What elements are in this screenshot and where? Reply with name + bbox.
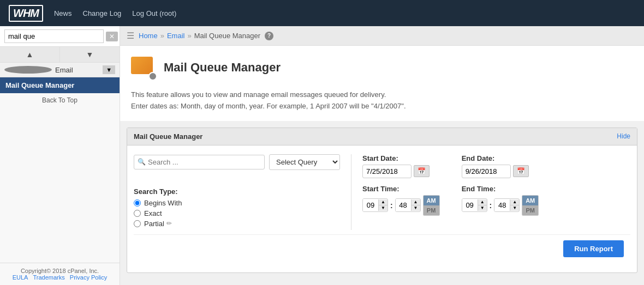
start-am-button[interactable]: AM xyxy=(424,196,439,205)
sidebar-search-clear-button[interactable]: ✕ xyxy=(106,32,118,41)
gear-icon xyxy=(148,72,157,81)
nav-changelog-link[interactable]: Change Log xyxy=(83,9,122,17)
sidebar-category-row: Email ▼ xyxy=(0,63,120,77)
search-row: 🔍 Select Query Sender Recipient Subject … xyxy=(134,154,340,170)
end-ampm-toggle: AM PM xyxy=(522,195,539,216)
privacy-policy-link[interactable]: Privacy Policy xyxy=(70,274,107,281)
start-hours-input[interactable] xyxy=(363,199,378,211)
date-time-col: Start Date: 📅 Start Time: xyxy=(362,154,539,216)
end-date-field: 📅 xyxy=(462,165,539,178)
page-icon xyxy=(131,54,157,81)
start-time-label: Start Time: xyxy=(362,185,440,193)
start-date-group: Start Date: 📅 xyxy=(362,154,440,178)
radio-begins-with[interactable]: Begins With xyxy=(134,199,340,207)
sidebar-arrow-down-button[interactable]: ▼ xyxy=(60,47,120,62)
breadcrumb: ☰ Home » Email » Mail Queue Manager ? xyxy=(120,26,644,46)
start-hours-up-button[interactable]: ▲ xyxy=(379,199,387,205)
end-pm-button[interactable]: PM xyxy=(522,205,538,215)
start-minutes-spinner: ▲ ▼ xyxy=(411,199,420,211)
end-am-button[interactable]: AM xyxy=(522,196,538,205)
start-date-input[interactable] xyxy=(362,165,412,178)
start-min-up-button[interactable]: ▲ xyxy=(412,199,420,205)
sidebar-footer: Copyright© 2018 cPanel, Inc. EULA Tradem… xyxy=(0,263,120,285)
main-layout: ✕ ▲ ▼ Email ▼ Mail Queue Manager Back To… xyxy=(0,26,644,285)
radio-partial-label: Partial xyxy=(144,220,164,228)
start-time-field: ▲ ▼ : ▲ ▼ xyxy=(362,195,440,216)
top-navigation: WHM News Change Log Log Out (root) xyxy=(0,0,644,26)
panel-hide-link[interactable]: Hide xyxy=(617,132,630,140)
end-hours-input[interactable] xyxy=(462,199,478,211)
breadcrumb-sep-2: » xyxy=(187,32,191,40)
sidebar-expand-button[interactable]: ▼ xyxy=(103,65,115,74)
page-description: This feature allows you to view and mana… xyxy=(120,85,644,121)
page-title: Mail Queue Manager xyxy=(164,60,281,75)
radio-begins-with-label: Begins With xyxy=(144,199,182,207)
start-min-down-button[interactable]: ▼ xyxy=(412,205,420,211)
radio-partial[interactable]: Partial ✏ xyxy=(134,220,340,228)
search-type-label: Search Type: xyxy=(134,187,340,196)
end-time-field: ▲ ▼ : ▲ ▼ xyxy=(462,195,539,216)
end-date-input[interactable] xyxy=(462,165,511,178)
panel-title: Mail Queue Manager xyxy=(134,132,202,141)
search-input[interactable] xyxy=(148,155,261,169)
breadcrumb-sep-1: » xyxy=(160,32,164,40)
sidebar-footer-links: EULA Trademarks Privacy Policy xyxy=(4,274,115,281)
end-hours-down-button[interactable]: ▼ xyxy=(478,205,487,211)
end-time-label: End Time: xyxy=(462,185,539,193)
menu-icon: ☰ xyxy=(127,31,134,41)
end-hours-spinner: ▲ ▼ xyxy=(478,199,487,211)
run-report-button[interactable]: Run Report xyxy=(563,240,624,257)
trademarks-link[interactable]: Trademarks xyxy=(33,274,65,281)
start-ampm-toggle: AM PM xyxy=(423,195,440,216)
search-type-section: Search Type: Begins With Exact xyxy=(134,187,340,230)
end-minutes-input[interactable] xyxy=(494,199,510,211)
description-line2: Enter dates as: Month, day of month, yea… xyxy=(131,101,633,112)
end-min-up-button[interactable]: ▲ xyxy=(510,199,519,205)
end-date-label: End Date: xyxy=(462,154,539,162)
breadcrumb-email-link[interactable]: Email xyxy=(167,32,185,40)
query-select[interactable]: Select Query Sender Recipient Subject Me… xyxy=(269,154,340,170)
divider xyxy=(351,154,351,230)
sidebar-search-bar: ✕ xyxy=(0,26,120,47)
eula-link[interactable]: EULA xyxy=(13,274,28,281)
start-date-calendar-button[interactable]: 📅 xyxy=(414,165,430,177)
run-report-row: Run Report xyxy=(134,234,630,264)
mail-queue-panel: Mail Queue Manager Hide 🔍 Se xyxy=(127,128,637,273)
partial-info-icon: ✏ xyxy=(166,220,172,227)
start-hours-input-wrap: ▲ ▼ xyxy=(362,198,388,212)
end-date-group: End Date: 📅 xyxy=(462,154,539,178)
radio-partial-input[interactable] xyxy=(134,220,141,227)
end-date-calendar-button[interactable]: 📅 xyxy=(513,165,529,177)
help-icon[interactable]: ? xyxy=(265,32,273,40)
time-colon: : xyxy=(390,201,393,210)
whm-logo: WHM xyxy=(9,5,43,22)
sidebar-copyright: Copyright© 2018 cPanel, Inc. xyxy=(4,268,115,274)
radio-exact-label: Exact xyxy=(144,209,162,217)
start-pm-button[interactable]: PM xyxy=(424,205,439,215)
sidebar-category-label: Email xyxy=(55,66,103,74)
end-col: End Date: 📅 End Time: xyxy=(462,154,539,216)
back-to-top-link[interactable]: Back To Top xyxy=(0,93,120,107)
nav-news-link[interactable]: News xyxy=(54,9,72,17)
sidebar-arrow-up-button[interactable]: ▲ xyxy=(0,47,60,62)
panel-body: 🔍 Select Query Sender Recipient Subject … xyxy=(127,145,637,272)
end-hours-up-button[interactable]: ▲ xyxy=(478,199,487,205)
start-minutes-input[interactable] xyxy=(396,199,411,211)
start-hours-down-button[interactable]: ▼ xyxy=(379,205,387,211)
radio-exact-input[interactable] xyxy=(134,210,141,217)
end-time-colon: : xyxy=(490,201,492,210)
sidebar: ✕ ▲ ▼ Email ▼ Mail Queue Manager Back To… xyxy=(0,26,120,285)
breadcrumb-home-link[interactable]: Home xyxy=(139,32,158,40)
sidebar-item-mail-queue-manager[interactable]: Mail Queue Manager xyxy=(0,77,120,93)
start-date-field: 📅 xyxy=(362,165,440,178)
radio-begins-with-input[interactable] xyxy=(134,199,141,207)
radio-exact[interactable]: Exact xyxy=(134,209,340,217)
main-content: ☰ Home » Email » Mail Queue Manager ? Ma… xyxy=(120,26,644,285)
end-min-down-button[interactable]: ▼ xyxy=(510,205,519,211)
page-header: Mail Queue Manager xyxy=(120,46,644,85)
sidebar-search-input[interactable] xyxy=(4,29,104,43)
nav-logout-link[interactable]: Log Out (root) xyxy=(132,9,176,17)
start-hours-spinner: ▲ ▼ xyxy=(378,199,387,211)
end-time-group: End Time: ▲ ▼ : xyxy=(462,185,539,216)
left-col: 🔍 Select Query Sender Recipient Subject … xyxy=(134,154,340,230)
